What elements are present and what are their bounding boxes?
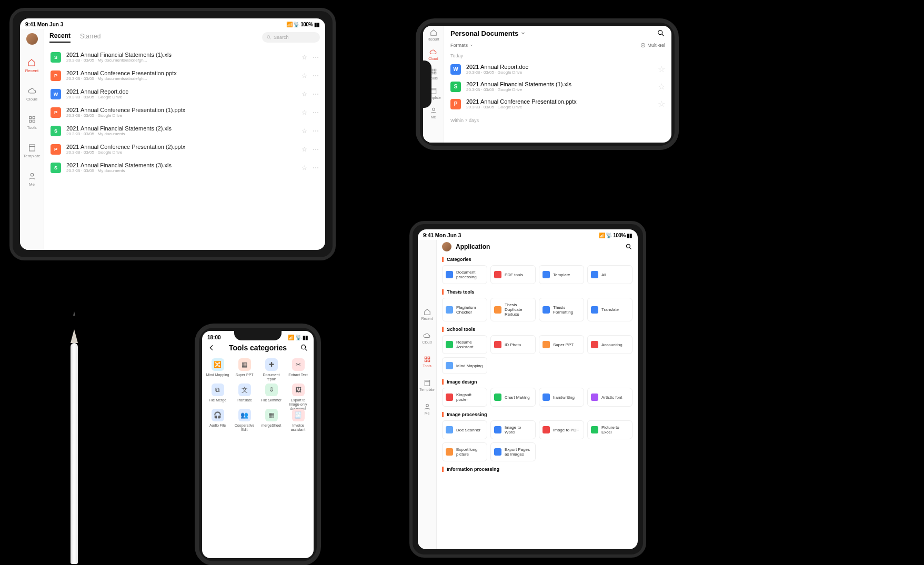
sidebar-item-me[interactable]: Me [28, 172, 36, 187]
star-icon[interactable]: ☆ [302, 127, 307, 135]
star-icon[interactable]: ☆ [658, 99, 665, 109]
file-row[interactable]: P 2021 Annual Conference Presentation (2… [49, 140, 320, 158]
file-row[interactable]: P 2021 Annual Conference Presentation (1… [49, 103, 320, 122]
tool-label: Super PPT [235, 373, 253, 381]
app-card[interactable]: Resume Assistant [442, 335, 487, 354]
file-row[interactable]: S 2021 Annual Financial Statements (3).x… [49, 158, 320, 177]
tool-item[interactable]: 🖼 Export to image-only document [285, 384, 312, 407]
page-title[interactable]: Personal Documents [450, 29, 526, 37]
tool-item[interactable]: 🧾 Invoice assistant [285, 409, 312, 432]
star-icon[interactable]: ☆ [658, 82, 665, 92]
star-icon[interactable]: ☆ [302, 72, 307, 79]
app-card[interactable]: Image to PDF [539, 420, 584, 439]
tool-item[interactable]: ⧉ File Merge [204, 384, 231, 407]
app-card[interactable]: Chart Making [490, 388, 536, 407]
tool-item[interactable]: 文 Translate [231, 384, 258, 407]
sidebar-item-cloud[interactable]: Cloud [422, 332, 431, 344]
file-row[interactable]: P 2021 Annual Conference Presentation.pp… [450, 95, 665, 113]
app-card[interactable]: Plagiarism Checker [442, 298, 487, 321]
more-icon[interactable]: ⋯ [313, 127, 319, 135]
app-card[interactable]: Export long picture [442, 442, 487, 461]
app-card[interactable]: Doc Scanner [442, 420, 487, 439]
app-label: Image to PDF [553, 428, 579, 432]
sidebar-item-recent[interactable]: Recent [421, 308, 433, 320]
sidebar-item-recent[interactable]: Recent [25, 58, 38, 73]
app-card[interactable]: Picture to Excel [587, 420, 632, 439]
tool-item[interactable]: 👥 Cooperative Edit [231, 409, 258, 432]
more-icon[interactable]: ⋯ [313, 109, 319, 116]
file-meta: 20.3KB · 03/05 · My documents [66, 168, 172, 173]
file-row[interactable]: P 2021 Annual Conference Presentation.pp… [49, 66, 320, 85]
svg-rect-16 [425, 357, 427, 359]
search-input[interactable]: Search [262, 32, 320, 43]
svg-rect-11 [431, 88, 436, 94]
tool-item[interactable]: 🎧 Audio File [204, 409, 231, 432]
sidebar-item-recent[interactable]: Recent [427, 29, 439, 41]
more-icon[interactable]: ⋯ [313, 72, 319, 79]
more-icon[interactable]: ⋯ [313, 54, 319, 61]
star-icon[interactable]: ☆ [302, 146, 307, 153]
file-name: 2021 Annual Financial Statements (2).xls [66, 125, 172, 132]
avatar[interactable] [442, 242, 451, 251]
tab-recent[interactable]: Recent [49, 32, 71, 43]
sidebar-item-template[interactable]: Template [23, 144, 40, 158]
tab-starred[interactable]: Starred [80, 33, 101, 42]
multi-select-button[interactable]: Multi-sel [640, 43, 665, 48]
app-card[interactable]: Accounting [587, 335, 632, 354]
search-icon[interactable] [300, 344, 308, 352]
tool-item[interactable]: ✚ Document repair [258, 358, 285, 381]
sidebar-item-template[interactable]: Template [419, 379, 434, 391]
file-row[interactable]: S 2021 Annual Financial Statements (2).x… [49, 122, 320, 140]
app-card[interactable]: Super PPT [539, 335, 584, 354]
more-icon[interactable]: ⋯ [313, 164, 319, 171]
svg-point-13 [658, 31, 662, 35]
app-card[interactable]: Kingsoft poster [442, 388, 487, 407]
avatar[interactable] [26, 33, 38, 45]
file-row[interactable]: W 2021 Annual Report.doc20.3KB · 03/05 ·… [49, 85, 320, 103]
more-icon[interactable]: ⋯ [313, 146, 319, 153]
star-icon[interactable]: ☆ [302, 54, 307, 61]
search-icon[interactable] [657, 29, 665, 37]
app-card[interactable]: Thesis Formatting [539, 298, 584, 321]
app-card[interactable]: Image to Word [490, 420, 536, 439]
star-icon[interactable]: ☆ [302, 164, 307, 171]
chevron-down-icon [469, 43, 474, 47]
sidebar-item-me[interactable]: Me [424, 403, 431, 415]
ppt-file-icon: P [51, 107, 61, 118]
file-row[interactable]: S 2021 Annual Financial Statements (1).x… [49, 48, 320, 66]
app-card[interactable]: handwriting [539, 388, 584, 407]
star-icon[interactable]: ☆ [302, 90, 307, 98]
back-icon[interactable] [207, 344, 216, 352]
tool-item[interactable]: 🔀 Mind Mapping [204, 358, 231, 381]
tool-item[interactable]: ✂ Extract Text [285, 358, 312, 381]
app-card[interactable]: Document processing [442, 265, 487, 284]
app-card[interactable]: Template [539, 265, 584, 284]
app-card[interactable]: All [587, 265, 632, 284]
star-icon[interactable]: ☆ [658, 64, 665, 74]
app-card[interactable]: Artistic font [587, 388, 632, 407]
file-row[interactable]: W 2021 Annual Report.doc20.3KB · 03/05 ·… [450, 60, 665, 78]
tool-icon: 👥 [238, 409, 251, 421]
svg-rect-8 [434, 69, 436, 71]
app-icon [446, 362, 453, 369]
sidebar-item-tools[interactable]: Tools [423, 356, 431, 368]
xls-file-icon: S [51, 52, 61, 63]
search-icon[interactable] [625, 243, 632, 250]
app-card[interactable]: Translate [587, 298, 632, 321]
tool-item[interactable]: ⇩ File Slimmer [258, 384, 285, 407]
sidebar-item-me[interactable]: Me [430, 107, 437, 119]
more-icon[interactable]: ⋯ [313, 90, 319, 98]
app-card[interactable]: Mind Mapping [442, 357, 487, 374]
tool-item[interactable]: ▦ mergeSheet [258, 409, 285, 432]
app-card[interactable]: Export Pages as Images [490, 442, 536, 461]
app-card[interactable]: Thesis Duplicate Reduce [490, 298, 536, 321]
sidebar-item-cloud[interactable]: Cloud [428, 48, 438, 60]
file-row[interactable]: S 2021 Annual Financial Statements (1).x… [450, 78, 665, 95]
app-card[interactable]: PDF tools [490, 265, 536, 284]
tool-item[interactable]: ▦ Super PPT [231, 358, 258, 381]
sidebar-item-cloud[interactable]: Cloud [26, 87, 37, 102]
formats-filter[interactable]: Formats [450, 43, 474, 48]
sidebar-item-tools[interactable]: Tools [27, 115, 37, 130]
star-icon[interactable]: ☆ [302, 109, 307, 116]
app-card[interactable]: ID Photo [490, 335, 536, 354]
